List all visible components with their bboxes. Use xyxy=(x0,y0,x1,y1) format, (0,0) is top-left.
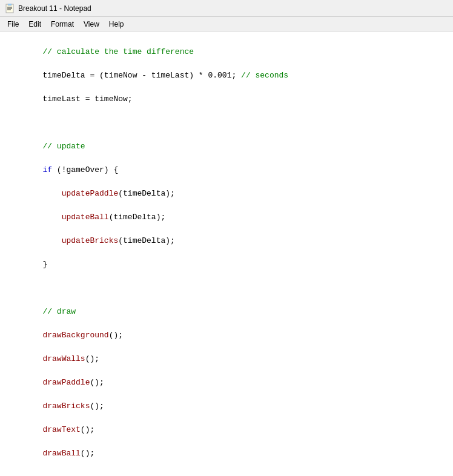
notepad-icon xyxy=(5,4,15,13)
code-line: if (!gameOver) { xyxy=(0,164,453,176)
code-line: drawBricks(); xyxy=(0,400,453,412)
code-line: // draw xyxy=(0,306,453,318)
code-line xyxy=(0,282,453,294)
code-line: // calculate the time difference xyxy=(0,46,453,58)
svg-rect-1 xyxy=(8,4,12,5)
menu-file[interactable]: File xyxy=(2,19,24,30)
code-editor[interactable]: // calculate the time difference timeDel… xyxy=(0,31,453,476)
menu-view[interactable]: View xyxy=(79,19,104,30)
code-line: updateBall(timeDelta); xyxy=(0,211,453,223)
code-line: drawBackground(); xyxy=(0,329,453,342)
title-bar: Breakout 11 - Notepad xyxy=(0,0,453,17)
code-line xyxy=(0,117,453,129)
code-line: timeDelta = (timeNow - timeLast) * 0.001… xyxy=(0,70,453,82)
menu-bar: File Edit Format View Help xyxy=(0,17,453,31)
menu-format[interactable]: Format xyxy=(46,19,79,30)
menu-edit[interactable]: Edit xyxy=(24,19,46,30)
menu-help[interactable]: Help xyxy=(104,19,129,30)
window-title: Breakout 11 - Notepad xyxy=(18,4,91,13)
code-line: drawBall(); xyxy=(0,448,453,460)
code-line: updatePaddle(timeDelta); xyxy=(0,188,453,200)
code-line: timeLast = timeNow; xyxy=(0,93,453,105)
code-line: drawWalls(); xyxy=(0,353,453,365)
code-line: drawText(); xyxy=(0,424,453,436)
code-line: drawPaddle(); xyxy=(0,377,453,389)
code-line xyxy=(0,471,453,477)
code-line: // update xyxy=(0,140,453,153)
code-line: updateBricks(timeDelta); xyxy=(0,235,453,247)
code-line: } xyxy=(0,259,453,271)
